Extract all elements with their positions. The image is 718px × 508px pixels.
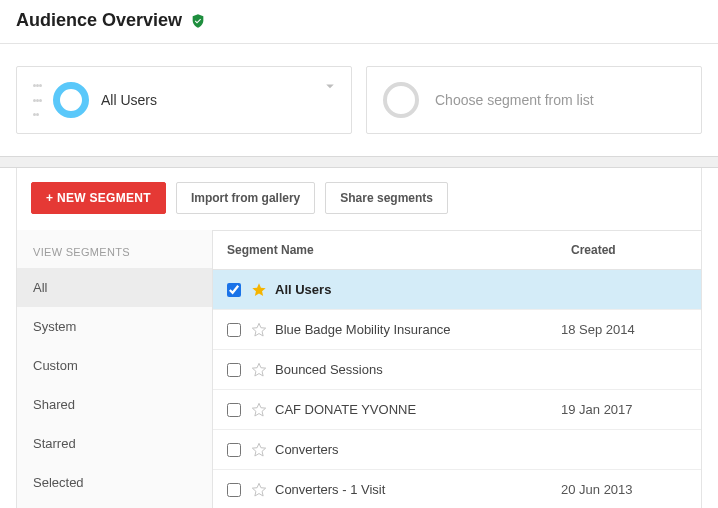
sidebar-title: VIEW SEGMENTS — [17, 230, 212, 268]
row-created: 19 Jan 2017 — [561, 402, 691, 417]
drag-handle-icon[interactable] — [33, 84, 43, 116]
current-segment-label: All Users — [101, 92, 157, 108]
star-outline-icon[interactable] — [251, 402, 267, 418]
row-name: All Users — [275, 282, 561, 297]
row-name: Bounced Sessions — [275, 362, 561, 377]
table-row[interactable]: All Users — [213, 270, 701, 310]
segment-circle-icon — [53, 82, 89, 118]
row-name: Blue Badge Mobility Insurance — [275, 322, 561, 337]
choose-segment-placeholder: Choose segment from list — [435, 92, 594, 108]
table-header-row: Segment Name Created — [213, 230, 701, 270]
star-filled-icon[interactable] — [251, 282, 267, 298]
chevron-down-icon[interactable] — [321, 77, 339, 95]
table-row[interactable]: Bounced Sessions — [213, 350, 701, 390]
page-title: Audience Overview — [16, 10, 182, 31]
sidebar-item-all[interactable]: All — [17, 268, 212, 307]
divider-band — [0, 156, 718, 168]
col-segment-name[interactable]: Segment Name — [213, 231, 561, 269]
sidebar-item-selected[interactable]: Selected — [17, 463, 212, 502]
segments-grid: VIEW SEGMENTS AllSystemCustomSharedStarr… — [17, 230, 701, 508]
star-outline-icon[interactable] — [251, 322, 267, 338]
sidebar-item-starred[interactable]: Starred — [17, 424, 212, 463]
page-header: Audience Overview — [0, 0, 718, 44]
sidebar-item-shared[interactable]: Shared — [17, 385, 212, 424]
current-segment-box[interactable]: All Users — [16, 66, 352, 134]
table-row[interactable]: Converters — [213, 430, 701, 470]
import-gallery-button[interactable]: Import from gallery — [176, 182, 315, 214]
sidebar-item-system[interactable]: System — [17, 307, 212, 346]
row-created: 20 Jun 2013 — [561, 482, 691, 497]
row-name: CAF DONATE YVONNE — [275, 402, 561, 417]
share-segments-button[interactable]: Share segments — [325, 182, 448, 214]
star-outline-icon[interactable] — [251, 442, 267, 458]
star-outline-icon[interactable] — [251, 362, 267, 378]
row-checkbox[interactable] — [227, 443, 241, 457]
row-checkbox[interactable] — [227, 483, 241, 497]
segments-panel: + NEW SEGMENT Import from gallery Share … — [16, 168, 702, 508]
col-created[interactable]: Created — [561, 231, 701, 269]
table-row[interactable]: Converters - 1 Visit20 Jun 2013 — [213, 470, 701, 508]
row-checkbox[interactable] — [227, 403, 241, 417]
segment-selector-row: All Users Choose segment from list — [0, 44, 718, 156]
row-name: Converters — [275, 442, 561, 457]
star-outline-icon[interactable] — [251, 482, 267, 498]
row-name: Converters - 1 Visit — [275, 482, 561, 497]
toolbar: + NEW SEGMENT Import from gallery Share … — [17, 168, 701, 230]
row-created: 18 Sep 2014 — [561, 322, 691, 337]
empty-segment-circle-icon — [383, 82, 419, 118]
table-row[interactable]: Blue Badge Mobility Insurance18 Sep 2014 — [213, 310, 701, 350]
verified-shield-icon — [190, 13, 206, 29]
sidebar: VIEW SEGMENTS AllSystemCustomSharedStarr… — [17, 230, 212, 508]
segment-table: Segment Name Created All UsersBlue Badge… — [212, 230, 701, 508]
row-checkbox[interactable] — [227, 283, 241, 297]
row-checkbox[interactable] — [227, 363, 241, 377]
choose-segment-box[interactable]: Choose segment from list — [366, 66, 702, 134]
new-segment-button[interactable]: + NEW SEGMENT — [31, 182, 166, 214]
table-row[interactable]: CAF DONATE YVONNE19 Jan 2017 — [213, 390, 701, 430]
row-checkbox[interactable] — [227, 323, 241, 337]
sidebar-item-custom[interactable]: Custom — [17, 346, 212, 385]
